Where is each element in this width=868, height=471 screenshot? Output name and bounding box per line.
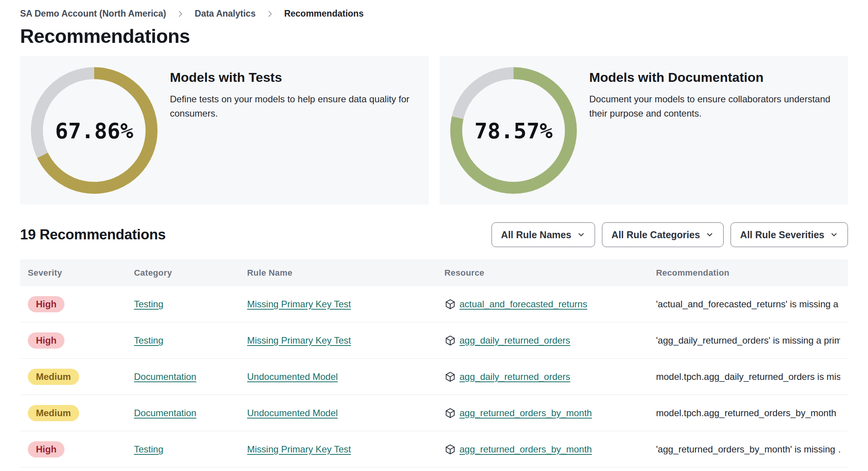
- filter-label: All Rule Severities: [740, 229, 824, 241]
- chevron-down-icon: [577, 230, 585, 239]
- donut-chart-documentation: 78.57%: [450, 67, 577, 205]
- recommendations-page: SA Demo Account (North America) Data Ana…: [0, 0, 868, 471]
- table-row: High Testing Missing Primary Key Test ac…: [20, 286, 848, 322]
- card-title: Models with Tests: [170, 70, 411, 85]
- model-cube-icon: [444, 407, 456, 419]
- resource-link[interactable]: actual_and_forecasted_returns: [459, 299, 587, 310]
- table-row: High Testing Missing Primary Key Test ag…: [20, 322, 848, 359]
- table-row: High Testing Missing Primary Key Test ag…: [20, 431, 848, 468]
- filter-label: All Rule Categories: [612, 229, 700, 241]
- filter-bar: All Rule Names All Rule Categories All R…: [492, 222, 848, 247]
- metric-cards: 67.86% Models with Tests Define tests on…: [20, 56, 848, 205]
- rule-name-link[interactable]: Missing Primary Key Test: [247, 299, 351, 310]
- recommendation-text: model.tpch.agg_returned_orders_by_month …: [656, 408, 840, 418]
- severity-badge: Medium: [28, 369, 79, 385]
- donut-ring: 67.86%: [31, 67, 158, 194]
- category-link[interactable]: Testing: [134, 444, 163, 455]
- model-cube-icon: [444, 371, 456, 383]
- resource-link[interactable]: agg_returned_orders_by_month: [459, 444, 592, 455]
- model-cube-icon: [444, 335, 456, 346]
- recommendation-text: 'agg_returned_orders_by_month' is missin…: [656, 444, 840, 455]
- recommendation-text: 'agg_daily_returned_orders' is missing a…: [656, 335, 840, 346]
- resource-link[interactable]: agg_daily_returned_orders: [459, 335, 570, 346]
- filter-rule-severities-dropdown[interactable]: All Rule Severities: [731, 222, 848, 247]
- column-header-severity: Severity: [28, 268, 134, 278]
- rule-name-link[interactable]: Missing Primary Key Test: [247, 444, 351, 455]
- chevron-down-icon: [830, 230, 838, 239]
- chevron-down-icon: [705, 230, 714, 239]
- column-header-resource: Resource: [444, 268, 656, 278]
- filter-rule-names-dropdown[interactable]: All Rule Names: [492, 222, 595, 247]
- table-body: High Testing Missing Primary Key Test ac…: [20, 286, 848, 468]
- card-description: Document your models to ensure collabora…: [589, 92, 831, 120]
- model-cube-icon: [444, 298, 456, 310]
- table-row: Medium Documentation Undocumented Model …: [20, 359, 848, 395]
- resource-link[interactable]: agg_returned_orders_by_month: [459, 408, 592, 418]
- breadcrumb: SA Demo Account (North America) Data Ana…: [20, 0, 848, 19]
- card-models-with-tests: 67.86% Models with Tests Define tests on…: [20, 56, 429, 205]
- recommendation-text: 'actual_and_forecasted_returns' is missi…: [656, 299, 840, 310]
- column-header-rule-name: Rule Name: [247, 268, 444, 278]
- filter-label: All Rule Names: [501, 229, 571, 241]
- donut-chart-tests: 67.86%: [31, 67, 158, 205]
- breadcrumb-project[interactable]: Data Analytics: [195, 8, 256, 19]
- column-header-category: Category: [134, 268, 247, 278]
- rule-name-link[interactable]: Undocumented Model: [247, 408, 338, 418]
- rule-name-link[interactable]: Missing Primary Key Test: [247, 335, 351, 346]
- chevron-right-icon: [176, 10, 185, 18]
- column-header-recommendation: Recommendation: [656, 268, 840, 278]
- recommendations-table: Severity Category Rule Name Resource Rec…: [20, 259, 848, 468]
- severity-badge: High: [28, 332, 64, 349]
- breadcrumb-account[interactable]: SA Demo Account (North America): [20, 8, 166, 19]
- page-title: Recommendations: [20, 25, 848, 47]
- card-description: Define tests on your models to help ensu…: [170, 92, 411, 120]
- card-models-with-documentation: 78.57% Models with Documentation Documen…: [439, 56, 848, 205]
- category-link[interactable]: Testing: [134, 335, 163, 346]
- donut-percentage: 78.57%: [450, 67, 577, 194]
- card-title: Models with Documentation: [589, 70, 831, 85]
- category-link[interactable]: Documentation: [134, 371, 196, 382]
- severity-badge: High: [28, 441, 64, 457]
- breadcrumb-current: Recommendations: [284, 8, 364, 19]
- recommendation-text: model.tpch.agg_daily_returned_orders is …: [656, 371, 840, 382]
- rule-name-link[interactable]: Undocumented Model: [247, 371, 338, 382]
- recommendations-count-heading: 19 Recommendations: [20, 227, 166, 243]
- table-row: Medium Documentation Undocumented Model …: [20, 395, 848, 431]
- donut-percentage: 67.86%: [31, 67, 158, 194]
- table-header: Severity Category Rule Name Resource Rec…: [20, 259, 848, 286]
- resource-link[interactable]: agg_daily_returned_orders: [459, 371, 570, 382]
- severity-badge: Medium: [28, 405, 79, 421]
- chevron-right-icon: [266, 10, 274, 18]
- filter-rule-categories-dropdown[interactable]: All Rule Categories: [602, 222, 724, 247]
- category-link[interactable]: Documentation: [134, 408, 196, 418]
- model-cube-icon: [444, 444, 456, 455]
- donut-ring: 78.57%: [450, 67, 577, 194]
- severity-badge: High: [28, 296, 64, 312]
- category-link[interactable]: Testing: [134, 299, 163, 310]
